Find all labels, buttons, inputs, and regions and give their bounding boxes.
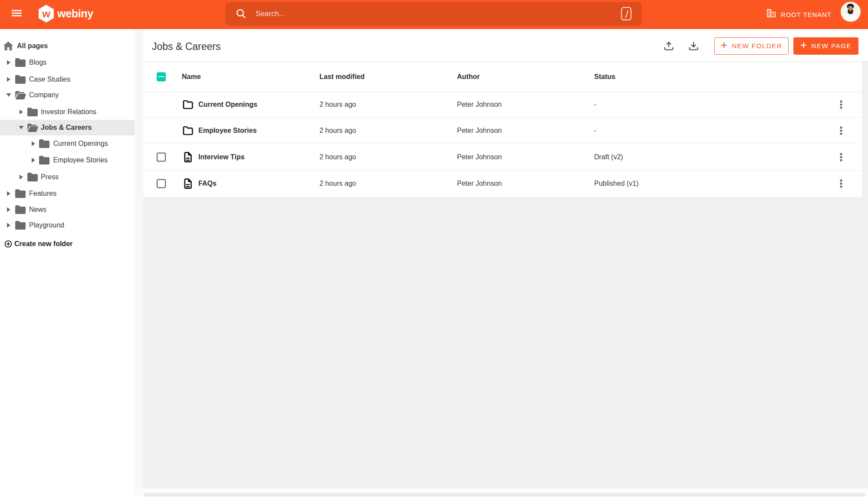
svg-text:w: w bbox=[42, 8, 50, 20]
